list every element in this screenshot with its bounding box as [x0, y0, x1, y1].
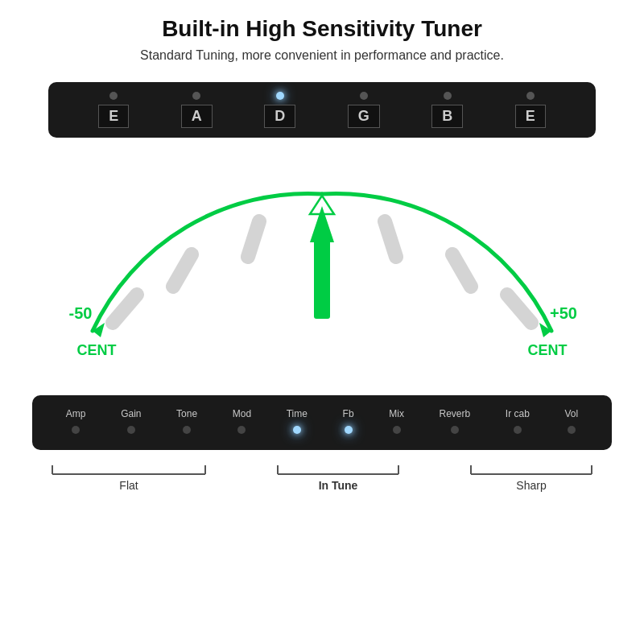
page-title: Built-in High Sensitivity Tuner	[162, 16, 482, 42]
control-item: Mod	[233, 408, 251, 434]
tuner-dot	[109, 92, 118, 100]
control-dot	[345, 426, 353, 434]
control-item: Vol	[564, 408, 578, 434]
control-label: Ir cab	[506, 408, 530, 419]
control-dot	[183, 426, 191, 434]
tuner-note-label: D	[264, 105, 295, 128]
tuner-note-label: E	[515, 105, 546, 128]
control-item: Ir cab	[506, 408, 530, 434]
svg-text:+50: +50	[550, 304, 577, 322]
control-bar: AmpGainToneModTimeFbMixReverbIr cabVol	[32, 395, 612, 450]
svg-line-2	[248, 221, 259, 257]
tuner-note-label: E	[98, 105, 129, 128]
in-tune-label: In Tune	[319, 479, 358, 492]
svg-line-5	[385, 221, 396, 257]
tuner-dot	[276, 92, 284, 100]
tuner-dot	[360, 92, 368, 100]
tuner-dot	[526, 92, 535, 100]
tuner-note: E	[515, 92, 546, 128]
control-label: Vol	[564, 408, 578, 419]
control-label: Tone	[176, 408, 197, 419]
control-item: Mix	[389, 408, 404, 434]
sharp-label: Sharp	[516, 479, 546, 492]
tuner-note-label: A	[181, 105, 213, 128]
tuner-note: D	[264, 92, 295, 128]
svg-line-0	[113, 295, 137, 323]
control-label: Mix	[389, 408, 404, 419]
control-item: Fb	[343, 408, 354, 434]
control-label: Time	[287, 408, 308, 419]
tuner-note: A	[181, 92, 213, 128]
control-dot	[72, 426, 80, 434]
svg-rect-7	[314, 238, 330, 319]
control-dot	[237, 426, 246, 434]
control-label: Amp	[66, 408, 86, 419]
control-dot	[293, 426, 301, 434]
control-item: Gain	[121, 408, 141, 434]
svg-text:CENT: CENT	[77, 342, 117, 358]
tuner-note: B	[431, 92, 463, 128]
tuner-note: E	[98, 92, 129, 128]
tuner-note-label: B	[431, 105, 463, 128]
svg-text:CENT: CENT	[528, 342, 568, 358]
flat-label: Flat	[119, 479, 138, 492]
control-label: Reverb	[440, 408, 471, 419]
svg-text:-50: -50	[69, 304, 93, 322]
control-dot	[127, 426, 135, 434]
tuner-note: G	[348, 92, 380, 128]
control-dot	[568, 426, 576, 434]
control-label: Mod	[233, 408, 251, 419]
control-label: Fb	[343, 408, 354, 419]
control-item: Tone	[176, 408, 197, 434]
control-dot	[451, 426, 459, 434]
page-subtitle: Standard Tuning, more convenient in perf…	[140, 48, 504, 63]
tuner-note-label: G	[348, 105, 380, 128]
control-dot	[514, 426, 522, 434]
svg-marker-6	[310, 206, 334, 242]
svg-line-1	[173, 254, 192, 287]
control-label: Gain	[121, 408, 141, 419]
tuner-bar: EADGBE	[48, 82, 596, 138]
control-item: Time	[287, 408, 308, 434]
svg-line-4	[452, 254, 471, 287]
tuner-dot	[444, 92, 452, 100]
control-item: Reverb	[440, 408, 471, 434]
svg-line-3	[507, 295, 531, 323]
tuner-dot	[192, 92, 200, 100]
meter-section: -50 +50 CENT CENT	[48, 162, 596, 371]
control-item: Amp	[66, 408, 86, 434]
control-dot	[393, 426, 401, 434]
